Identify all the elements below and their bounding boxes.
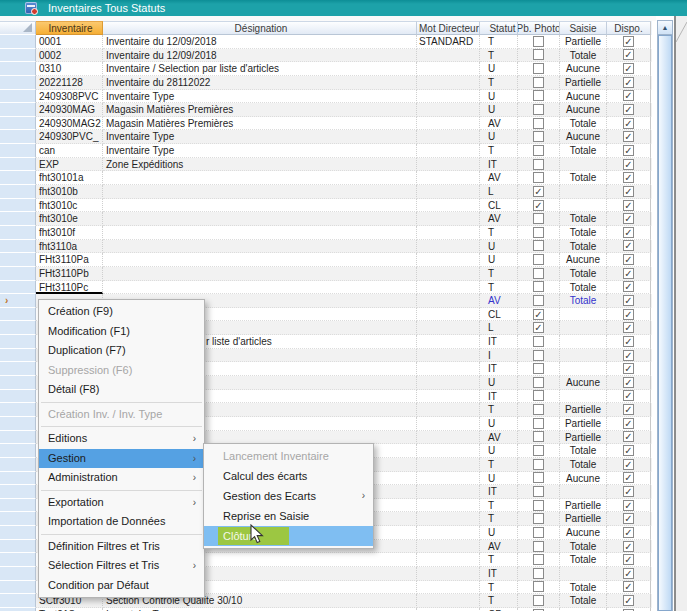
cell-sa[interactable]: Totale bbox=[560, 540, 607, 554]
cell-des[interactable] bbox=[103, 212, 417, 226]
row-selector[interactable] bbox=[0, 240, 36, 254]
row-selector[interactable] bbox=[0, 512, 36, 526]
row-selector[interactable] bbox=[0, 76, 36, 90]
dispo-checkbox[interactable]: ✓ bbox=[623, 118, 634, 129]
cell-dp[interactable]: ✓ bbox=[607, 581, 651, 595]
pb-photo-checkbox[interactable] bbox=[533, 527, 544, 538]
row-selector[interactable] bbox=[0, 308, 36, 322]
row-selector[interactable] bbox=[0, 144, 36, 158]
table-row[interactable]: canInventaire TypeTTotale✓ bbox=[0, 144, 652, 158]
cell-des[interactable]: Inventaire Type bbox=[103, 130, 417, 144]
cell-mot[interactable] bbox=[417, 526, 480, 540]
menu-item-cl-ture[interactable]: Clôture bbox=[204, 526, 373, 546]
cell-st[interactable]: IT bbox=[480, 362, 518, 376]
pb-photo-checkbox[interactable] bbox=[533, 90, 544, 101]
cell-inv[interactable]: 0002 bbox=[36, 49, 103, 63]
cell-pb[interactable] bbox=[518, 540, 560, 554]
cell-pb[interactable] bbox=[518, 485, 560, 499]
cell-st[interactable]: CL bbox=[480, 199, 518, 213]
row-selector[interactable] bbox=[0, 253, 36, 267]
dispo-checkbox[interactable]: ✓ bbox=[623, 200, 634, 211]
pb-photo-checkbox[interactable] bbox=[533, 486, 544, 497]
cell-dp[interactable]: ✓ bbox=[607, 158, 651, 172]
table-row[interactable]: FHt3110PbTTotale✓ bbox=[0, 267, 652, 281]
cell-st[interactable]: U bbox=[480, 253, 518, 267]
cell-pb[interactable] bbox=[518, 376, 560, 390]
pb-photo-checkbox[interactable] bbox=[533, 77, 544, 88]
cell-des[interactable] bbox=[103, 240, 417, 254]
pb-photo-checkbox[interactable] bbox=[533, 240, 544, 251]
cell-mot[interactable] bbox=[417, 349, 480, 363]
dispo-checkbox[interactable]: ✓ bbox=[623, 390, 634, 401]
dispo-checkbox[interactable]: ✓ bbox=[623, 541, 634, 552]
row-selector[interactable] bbox=[0, 158, 36, 172]
menu-item-gestion[interactable]: Gestion› bbox=[39, 449, 204, 469]
menu-item-s-lection-filtres-et-tris[interactable]: Sélection Filtres et Tris› bbox=[39, 556, 204, 576]
cell-des[interactable]: Inventaire du 28112022 bbox=[103, 76, 417, 90]
cell-mot[interactable] bbox=[417, 512, 480, 526]
cell-mot[interactable] bbox=[417, 281, 480, 295]
pb-photo-checkbox[interactable] bbox=[533, 131, 544, 142]
scrollbar-up-button[interactable]: ▲ bbox=[658, 21, 672, 35]
cell-des[interactable] bbox=[103, 171, 417, 185]
cell-pb[interactable] bbox=[518, 90, 560, 104]
cell-sa[interactable] bbox=[560, 335, 607, 349]
pb-photo-checkbox[interactable] bbox=[533, 363, 544, 374]
cell-dp[interactable]: ✓ bbox=[607, 594, 651, 608]
menu-item-reprise-en-saisie[interactable]: Reprise en Saisie bbox=[204, 506, 373, 526]
cell-mot[interactable] bbox=[417, 308, 480, 322]
cell-st[interactable]: AV bbox=[480, 431, 518, 445]
menu-item-modification-f1[interactable]: Modification (F1) bbox=[39, 322, 204, 342]
row-selector[interactable]: › bbox=[0, 294, 36, 308]
menu-item-calcul-des-carts[interactable]: Calcul des écarts bbox=[204, 466, 373, 486]
row-selector[interactable] bbox=[0, 226, 36, 240]
table-row[interactable]: fht30101aAVTotale✓ bbox=[0, 171, 652, 185]
cell-st[interactable]: T bbox=[480, 499, 518, 513]
dispo-checkbox[interactable]: ✓ bbox=[623, 240, 634, 251]
cell-sa[interactable]: Totale bbox=[560, 594, 607, 608]
table-row[interactable]: fht3010cCL✓✓ bbox=[0, 199, 652, 213]
dispo-checkbox[interactable]: ✓ bbox=[623, 322, 634, 333]
cell-pb[interactable] bbox=[518, 362, 560, 376]
dispo-checkbox[interactable]: ✓ bbox=[623, 459, 634, 470]
pb-photo-checkbox[interactable]: ✓ bbox=[533, 186, 544, 197]
cell-st[interactable]: U bbox=[480, 472, 518, 486]
pb-photo-checkbox[interactable] bbox=[533, 568, 544, 579]
cell-pb[interactable] bbox=[518, 403, 560, 417]
cell-dp[interactable]: ✓ bbox=[607, 376, 651, 390]
dispo-checkbox[interactable]: ✓ bbox=[623, 268, 634, 279]
pb-photo-checkbox[interactable] bbox=[533, 159, 544, 170]
cell-dp[interactable]: ✓ bbox=[607, 540, 651, 554]
cell-pb[interactable] bbox=[518, 76, 560, 90]
cell-pb[interactable] bbox=[518, 417, 560, 431]
dispo-checkbox[interactable]: ✓ bbox=[623, 363, 634, 374]
row-selector[interactable] bbox=[0, 321, 36, 335]
cell-mot[interactable] bbox=[417, 499, 480, 513]
cell-sa[interactable] bbox=[560, 321, 607, 335]
cell-sa[interactable]: Totale bbox=[560, 553, 607, 567]
cell-mot[interactable] bbox=[417, 267, 480, 281]
pb-photo-checkbox[interactable]: ✓ bbox=[533, 322, 544, 333]
dispo-checkbox[interactable]: ✓ bbox=[623, 213, 634, 224]
dispo-checkbox[interactable]: ✓ bbox=[623, 309, 634, 320]
row-selector[interactable] bbox=[0, 526, 36, 540]
table-row[interactable]: 240930MAGMagasin Matières PremièresUAucu… bbox=[0, 103, 652, 117]
pb-photo-checkbox[interactable] bbox=[533, 104, 544, 115]
cell-sa[interactable]: Totale bbox=[560, 267, 607, 281]
cell-pb[interactable] bbox=[518, 349, 560, 363]
cell-des[interactable] bbox=[103, 199, 417, 213]
cell-dp[interactable]: ✓ bbox=[607, 553, 651, 567]
cell-sa[interactable] bbox=[560, 390, 607, 404]
menu-item-importation-de-donn-es[interactable]: Importation de Données bbox=[39, 512, 204, 532]
pb-photo-checkbox[interactable] bbox=[533, 445, 544, 456]
cell-st[interactable]: AV bbox=[480, 540, 518, 554]
cell-mot[interactable] bbox=[417, 253, 480, 267]
dispo-checkbox[interactable]: ✓ bbox=[623, 159, 634, 170]
cell-pb[interactable] bbox=[518, 512, 560, 526]
cell-sa[interactable]: Aucune bbox=[560, 376, 607, 390]
cell-sa[interactable] bbox=[560, 199, 607, 213]
cell-mot[interactable] bbox=[417, 212, 480, 226]
cell-dp[interactable]: ✓ bbox=[607, 144, 651, 158]
cell-sa[interactable]: Aucune bbox=[560, 130, 607, 144]
pb-photo-checkbox[interactable] bbox=[533, 431, 544, 442]
